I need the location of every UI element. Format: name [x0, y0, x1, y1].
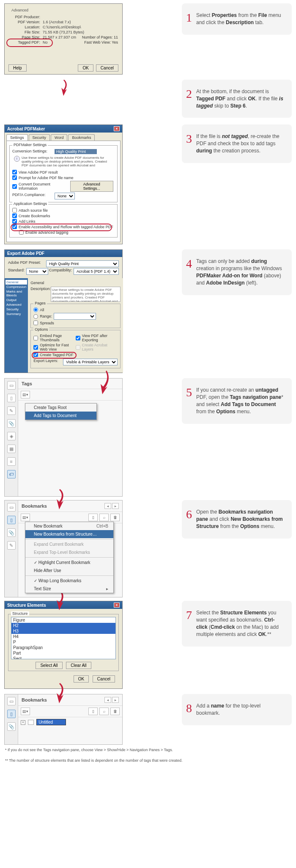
cb-prompt-name[interactable]: Prompt for Adobe PDF file name [12, 175, 115, 180]
step-text: Select Properties from the File menu and… [196, 12, 283, 26]
close-icon[interactable]: × [114, 603, 120, 608]
select-all-button[interactable]: Select All [36, 662, 62, 669]
group-label: Application Settings [12, 202, 48, 206]
compat-select[interactable]: Acrobat 5 (PDF 1.4) [74, 268, 119, 275]
cb-convert-info[interactable]: Convert Document Information [12, 182, 69, 191]
tab-security[interactable]: Security [29, 134, 50, 141]
prev-icon[interactable]: ◂ [104, 503, 111, 509]
options-menu: New BookmarkCtrl+B New Bookmarks from St… [25, 522, 114, 593]
delete-icon[interactable]: 🗑 [110, 514, 120, 521]
cb-enable-accessibility[interactable]: Enable Accessibility and Reflow with tag… [12, 224, 115, 229]
menu-expand-current: Expand Current Bookmark [25, 540, 113, 548]
cb-spreads[interactable]: Spreads [33, 321, 118, 325]
cb-attach-source[interactable]: Attach source file [12, 208, 115, 213]
order-icon[interactable]: ≡ [7, 457, 16, 466]
cb-thumbnails[interactable]: Embed Page Thumbnails [33, 334, 76, 342]
ok-button[interactable]: OK [74, 675, 89, 683]
ok-button[interactable]: OK [78, 64, 93, 72]
menu-new-from-structure[interactable]: New Bookmarks from Structure… [25, 530, 113, 538]
cb-view-result[interactable]: View Adobe PDF result [12, 170, 115, 174]
attachments-icon[interactable]: 📎 [7, 528, 16, 537]
signatures-icon[interactable]: ✎ [7, 406, 16, 415]
window-title: Structure Elements [7, 603, 46, 608]
preset-label: Adobe PDF Preset: [8, 260, 46, 267]
menu-text-size[interactable]: Text Size▸ [25, 585, 113, 593]
cb-optimize[interactable]: Optimize for Fast Web View [33, 343, 76, 351]
cb-create-tagged[interactable]: Create Tagged PDF [33, 352, 76, 357]
next-icon[interactable]: ▸ [112, 503, 119, 509]
conversion-label: Conversion Settings: [12, 149, 55, 154]
find-icon[interactable]: ⌕ [99, 514, 109, 521]
options-button[interactable]: ▤▾ [21, 514, 30, 521]
radio-all[interactable]: All [33, 307, 118, 312]
cb-advanced-tagging[interactable]: Enable advanced tagging [19, 230, 115, 235]
tags-icon[interactable]: 🏷 [7, 470, 16, 478]
preset-select[interactable]: High Quality Print [46, 260, 119, 267]
menu-create-tags-root[interactable]: Create Tags Root [25, 404, 96, 412]
tab-settings[interactable]: Settings [6, 134, 28, 141]
find-icon[interactable]: ⌕ [99, 708, 109, 715]
list-item[interactable]: Part [11, 650, 115, 656]
category-list[interactable]: General Compression Marks and Bleeds Out… [5, 278, 28, 373]
pagesize-value: 21.587 x 27.937 cm [43, 35, 76, 39]
radio-range[interactable]: Range: [33, 313, 118, 320]
filesize-label: File Size: [9, 30, 43, 34]
expand-icon[interactable]: + [21, 720, 25, 725]
new-bookmark-icon[interactable]: ▯ [88, 708, 98, 715]
menu-new-bookmark[interactable]: New BookmarkCtrl+B [25, 522, 113, 530]
clear-all-button[interactable]: Clear All [66, 662, 91, 669]
bookmark-item[interactable]: + Untitled [18, 717, 122, 727]
content-icon[interactable]: ▦ [7, 445, 16, 453]
list-item[interactable]: ParagraphSpan [11, 645, 115, 650]
list-item[interactable]: H3 [11, 628, 115, 634]
layers-label: Export Layers: [33, 359, 63, 365]
pages-icon[interactable]: ▭ [7, 503, 16, 511]
menu-highlight-current[interactable]: ✓ Highlight Current Bookmark [25, 558, 113, 567]
bookmarks-icon[interactable]: ▯ [7, 516, 16, 524]
list-item[interactable]: H2 [11, 623, 115, 628]
cb-create-bookmarks[interactable]: Create Bookmarks [12, 213, 115, 218]
layers-icon[interactable]: ◈ [7, 432, 16, 440]
help-button[interactable]: Help [8, 64, 27, 72]
menu-expand-top: Expand Top-Level Bookmarks [25, 548, 113, 556]
list-item[interactable]: H4 [11, 634, 115, 639]
tab-bookmarks[interactable]: Bookmarks [68, 134, 95, 141]
step-text: If the file is not tagged, re-create the… [196, 133, 283, 154]
cb-acrobat-layers[interactable]: Create Acrobat Layers [76, 343, 118, 351]
pdfa-select[interactable]: None [55, 193, 75, 199]
layers-select[interactable]: Visible & Printable Layers [63, 359, 118, 365]
delete-icon[interactable]: 🗑 [110, 708, 120, 715]
attachments-icon[interactable]: 📎 [7, 722, 16, 731]
step-text: If you cannot re-create an untagged PDF,… [196, 387, 283, 415]
cb-view-after[interactable]: View PDF after Exporting [76, 334, 118, 342]
next-icon[interactable]: ▸ [112, 697, 119, 703]
bookmark-name-input[interactable]: Untitled [36, 719, 66, 725]
window-title: Export Adobe PDF [7, 251, 44, 256]
options-button[interactable]: ▤▾ [21, 391, 30, 398]
advanced-settings-button[interactable]: Advanced Settings... [70, 181, 113, 192]
prev-icon[interactable]: ◂ [104, 697, 111, 703]
list-item[interactable]: P [11, 639, 115, 645]
list-item[interactable]: Sect [11, 656, 115, 659]
tab-word[interactable]: Word [51, 134, 67, 141]
list-item[interactable]: Figure [11, 617, 115, 623]
pages-icon[interactable]: ▭ [7, 381, 16, 390]
structure-listbox[interactable]: Figure H2 H3 H4 P ParagraphSpan Part Sec… [11, 617, 116, 659]
cancel-button[interactable]: Cancel [93, 675, 115, 683]
menu-wrap-long[interactable]: ✓ Wrap Long Bookmarks [25, 577, 113, 585]
cb-add-links[interactable]: Add Links [12, 219, 115, 224]
signatures-icon[interactable]: ✎ [7, 541, 16, 550]
bookmarks-icon[interactable]: ▯ [7, 710, 16, 718]
pages-icon[interactable]: ▭ [7, 697, 16, 705]
close-icon[interactable]: × [114, 126, 120, 131]
bookmarks-icon[interactable]: ▯ [7, 394, 16, 402]
attachments-icon[interactable]: 📎 [7, 419, 16, 428]
conversion-select[interactable]: High Quality Print [55, 149, 97, 154]
cancel-button[interactable]: Cancel [96, 64, 118, 72]
step-8: 8 Add a name for the top-level bookmark. [182, 694, 292, 725]
standard-select[interactable]: None [26, 268, 48, 275]
menu-add-tags[interactable]: Add Tags to Document [25, 412, 96, 420]
options-button[interactable]: ▤▾ [21, 708, 30, 715]
menu-hide-after[interactable]: Hide After Use [25, 567, 113, 575]
new-bookmark-icon[interactable]: ▯ [88, 514, 98, 521]
